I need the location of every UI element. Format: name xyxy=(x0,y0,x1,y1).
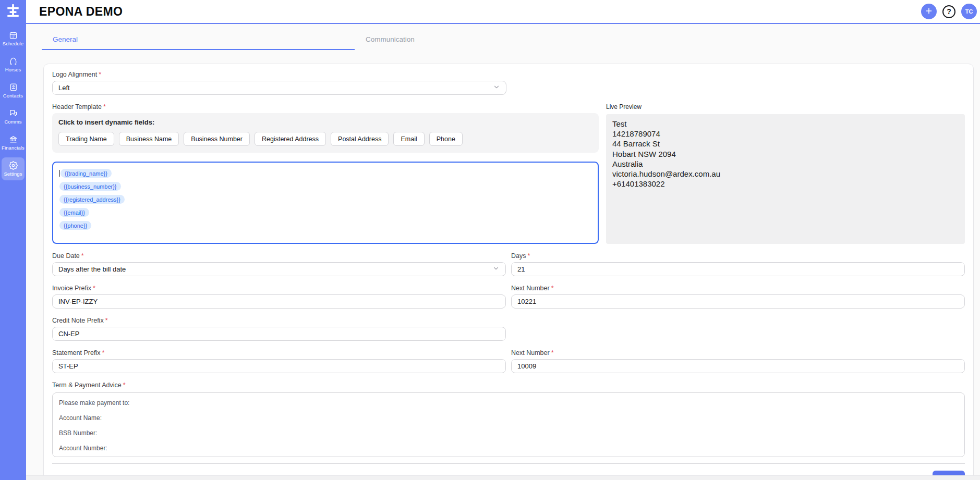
insert-email-button[interactable]: Email xyxy=(393,132,424,146)
horseshoe-icon xyxy=(9,57,18,66)
sidebar-item-horses[interactable]: Horses xyxy=(2,53,25,76)
statement-prefix-label: Statement Prefix* xyxy=(52,349,506,356)
term-payment-advice-editor[interactable]: Please make payment to: Account Name: BS… xyxy=(52,392,965,457)
email-chip[interactable]: {{email}} xyxy=(59,208,89,217)
due-date-select[interactable]: Days after the bill date xyxy=(52,262,506,276)
invoice-next-number-label: Next Number* xyxy=(511,285,965,292)
invoice-next-number-input[interactable] xyxy=(511,294,965,309)
top-bar: EPONA DEMO ? TC xyxy=(26,0,980,24)
preview-line: Hobart NSW 2094 xyxy=(612,149,959,159)
chevron-down-icon xyxy=(492,265,500,274)
sidebar-item-comms[interactable]: Comms xyxy=(2,105,25,128)
sidebar-item-financials[interactable]: Financials xyxy=(2,131,25,154)
sidebar-item-label: Financials xyxy=(2,145,25,151)
sidebar-nav: Schedule Horses Contacts xyxy=(0,24,26,180)
sidebar-item-settings[interactable]: Settings xyxy=(2,157,25,180)
preview-line: 44 Barrack St xyxy=(612,139,959,149)
statement-next-number-input[interactable] xyxy=(511,359,965,373)
topbar-actions: ? TC xyxy=(921,4,977,19)
horizontal-scrollbar[interactable] xyxy=(26,475,980,480)
chevron-down-icon xyxy=(493,83,500,92)
main-content: General Communication Logo Alignment* Le… xyxy=(26,24,980,480)
settings-form-card: Logo Alignment* Left Header Template* Cl… xyxy=(43,64,974,480)
sidebar: Schedule Horses Contacts xyxy=(0,0,26,480)
dynamic-fields-panel: Click to insert dynamic fields: Trading … xyxy=(52,113,599,153)
sidebar-item-label: Schedule xyxy=(3,41,23,46)
page-title: EPONA DEMO xyxy=(39,5,123,19)
header-template-editor[interactable]: {{trading_name}} {{business_number}} {{r… xyxy=(52,162,599,244)
insert-business-name-button[interactable]: Business Name xyxy=(119,132,179,146)
insert-registered-address-button[interactable]: Registered Address xyxy=(255,132,326,146)
insert-hint: Click to insert dynamic fields: xyxy=(58,118,592,126)
calendar-icon xyxy=(9,31,18,40)
sidebar-item-label: Horses xyxy=(5,67,21,72)
preview-line: +61401383022 xyxy=(612,179,959,189)
plus-icon xyxy=(925,7,933,17)
chat-bubbles-icon xyxy=(9,109,18,118)
app-logo[interactable] xyxy=(0,0,26,24)
dynamic-field-buttons: Trading Name Business Name Business Numb… xyxy=(58,132,592,146)
bank-icon xyxy=(9,135,18,144)
header-template-label: Header Template* xyxy=(52,103,599,110)
phone-chip[interactable]: {{phone}} xyxy=(59,221,91,230)
tab-general[interactable]: General xyxy=(42,31,355,50)
days-label: Days* xyxy=(511,252,965,260)
logo-alignment-value: Left xyxy=(58,84,70,92)
preview-line: Australia xyxy=(612,159,959,169)
term-line: Account Name: xyxy=(59,414,958,422)
due-date-label: Due Date* xyxy=(52,252,506,260)
term-line: Account Number: xyxy=(59,445,958,452)
logo-alignment-select[interactable]: Left xyxy=(52,81,506,95)
tab-communication[interactable]: Communication xyxy=(355,31,668,50)
live-preview-label: Live Preview xyxy=(606,103,965,110)
sidebar-item-contacts[interactable]: Contacts xyxy=(2,79,25,102)
trading-name-chip[interactable]: {{trading_name}} xyxy=(61,169,112,178)
credit-note-prefix-input[interactable] xyxy=(52,327,506,341)
live-preview-panel: Test 14218789074 44 Barrack St Hobart NS… xyxy=(606,114,965,244)
logo-alignment-label: Logo Alignment* xyxy=(52,71,965,78)
registered-address-chip[interactable]: {{registered_address}} xyxy=(59,195,125,204)
insert-trading-name-button[interactable]: Trading Name xyxy=(58,132,114,146)
invoice-prefix-label: Invoice Prefix* xyxy=(52,285,506,292)
sidebar-item-label: Settings xyxy=(4,171,22,177)
add-button[interactable] xyxy=(921,4,937,19)
gear-icon xyxy=(9,161,18,170)
sidebar-item-schedule[interactable]: Schedule xyxy=(2,27,25,50)
preview-line: victoria.hudson@ardex.com.au xyxy=(612,169,959,179)
insert-business-number-button[interactable]: Business Number xyxy=(184,132,250,146)
days-input[interactable] xyxy=(511,262,965,276)
business-number-chip[interactable]: {{business_number}} xyxy=(59,182,121,191)
invoice-prefix-input[interactable] xyxy=(52,294,506,309)
credit-note-prefix-label: Credit Note Prefix* xyxy=(52,317,506,324)
statement-next-number-label: Next Number* xyxy=(511,349,965,356)
contacts-book-icon xyxy=(9,83,18,92)
preview-line: Test xyxy=(612,119,959,129)
due-date-value: Days after the bill date xyxy=(58,265,126,273)
preview-line: 14218789074 xyxy=(612,129,959,139)
text-caret xyxy=(59,170,60,177)
statement-prefix-input[interactable] xyxy=(52,359,506,373)
insert-phone-button[interactable]: Phone xyxy=(429,132,463,146)
term-line: BSB Number: xyxy=(59,429,958,437)
avatar[interactable]: TC xyxy=(961,4,977,19)
footer-divider xyxy=(52,463,965,464)
help-button[interactable]: ? xyxy=(942,5,955,18)
epona-logo-icon xyxy=(5,3,21,21)
term-line: Please make payment to: xyxy=(59,399,958,407)
insert-postal-address-button[interactable]: Postal Address xyxy=(331,132,389,146)
term-payment-advice-label: Term & Payment Advice* xyxy=(52,381,965,389)
tab-bar: General Communication xyxy=(42,31,980,50)
sidebar-item-label: Comms xyxy=(4,119,21,125)
sidebar-item-label: Contacts xyxy=(3,93,23,99)
